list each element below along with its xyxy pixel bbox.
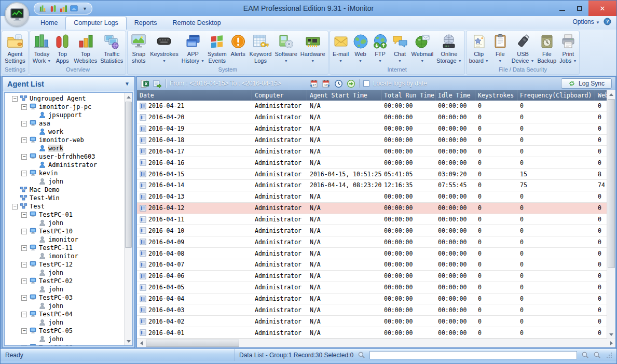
tree-item-john[interactable]: john	[5, 219, 124, 227]
tree-item-john[interactable]: john	[5, 318, 124, 327]
ribbon-button-web[interactable]: Web▼	[351, 32, 371, 65]
ribbon-button-file[interactable]: File▼	[490, 32, 510, 65]
table-row[interactable]: 2016-04-16AdministratorN/A00:00:0000:00:…	[137, 157, 607, 169]
tree-item-john[interactable]: john	[5, 302, 124, 310]
tree-item-testpc-06[interactable]: −TestPC-06	[5, 343, 124, 345]
column-header-agent-start-time[interactable]: Agent Start Time	[307, 90, 381, 101]
tree-expander[interactable]: −	[21, 245, 27, 251]
tree-expander[interactable]: −	[21, 171, 27, 176]
search-icon[interactable]	[358, 351, 365, 359]
scroll-down-arrow[interactable]	[607, 330, 615, 339]
export-excel-icon[interactable]	[141, 79, 149, 88]
export-html-icon[interactable]	[153, 79, 162, 88]
table-row[interactable]: 2016-04-01AdministratorN/A00:00:0000:00:…	[137, 327, 607, 339]
column-header-frequency-clipboard[interactable]: Frequency(Clipboard)	[517, 90, 595, 101]
scroll-thumb[interactable]	[608, 99, 615, 268]
tree-item-asa[interactable]: −asa	[5, 119, 124, 128]
ribbon-button-top-websites[interactable]: TopWebsites	[72, 32, 99, 64]
tree-expander[interactable]: −	[21, 328, 27, 334]
tree-item-work[interactable]: work	[5, 144, 124, 152]
tree-item-testpc-05[interactable]: −TestPC-05	[5, 327, 124, 335]
tree-item-imonitor[interactable]: imonitor	[5, 235, 124, 244]
scroll-down-arrow[interactable]	[125, 337, 133, 345]
tree-expander[interactable]: −	[21, 104, 27, 110]
ribbon-button-keystrokes[interactable]: Keystrokes▼	[148, 32, 180, 65]
tree-expander[interactable]: −	[21, 137, 27, 143]
chart-small-icon[interactable]	[60, 5, 67, 12]
tree-item-imonitor-web[interactable]: −imonitor-web	[5, 136, 124, 144]
tree-expander[interactable]: −	[21, 295, 27, 301]
tree-item-john[interactable]: john	[5, 269, 124, 277]
ribbon-button-agent-settings[interactable]: AgentSettings	[3, 32, 27, 64]
table-row[interactable]: 2016-04-19AdministratorN/A00:00:0000:00:…	[137, 123, 607, 135]
calendar-next-icon[interactable]: 17	[322, 79, 331, 88]
clock-icon[interactable]	[334, 79, 343, 88]
column-header-date[interactable]: Date	[137, 90, 252, 101]
table-row[interactable]: 2016-04-12AdministratorN/A00:00:0000:00:…	[137, 203, 607, 214]
ribbon-button-alerts[interactable]: Alerts	[228, 32, 248, 58]
table-row[interactable]: 2016-04-06AdministratorN/A00:00:0000:00:…	[137, 271, 607, 282]
ribbon-button-hardware[interactable]: Hardware▼	[299, 32, 327, 65]
table-row[interactable]: 2016-04-03AdministratorN/A00:00:0000:00:…	[137, 304, 607, 316]
scroll-left-arrow[interactable]	[137, 339, 145, 347]
ribbon-button-software[interactable]: Software▼	[273, 32, 298, 65]
ribbon-button-today-work[interactable]: TodayWork ▼	[31, 32, 52, 65]
log-sync-button[interactable]: Log Sync	[561, 78, 612, 89]
tab-computer-logs[interactable]: Computer Logs	[65, 17, 126, 30]
tree-item-testpc-04[interactable]: −TestPC-04	[5, 310, 124, 318]
tree-expander[interactable]: −	[21, 278, 27, 284]
status-search-input[interactable]	[369, 351, 577, 359]
resize-grip[interactable]	[606, 352, 612, 358]
table-row[interactable]: 2016-04-18AdministratorN/A00:00:0000:00:…	[137, 135, 607, 146]
table-row[interactable]: 2016-04-04AdministratorN/A00:00:0000:00:…	[137, 293, 607, 305]
zoom-in-icon[interactable]	[581, 351, 589, 359]
table-horizontal-scrollbar[interactable]	[137, 339, 615, 347]
scroll-up-arrow[interactable]	[607, 90, 615, 99]
scroll-thumb[interactable]	[125, 102, 132, 248]
tab-home[interactable]: Home	[33, 17, 65, 30]
help-icon[interactable]: ?	[604, 18, 611, 25]
locate-logs-checkbox[interactable]	[363, 80, 369, 87]
tab-remote-desktop[interactable]: Remote Desktop	[165, 17, 229, 30]
tree-item-imonitor[interactable]: imonitor	[5, 252, 124, 260]
tree-item-administrator[interactable]: Administrator	[5, 161, 124, 169]
table-row[interactable]: 2016-04-13AdministratorN/A00:00:0000:00:…	[137, 191, 607, 203]
close-button[interactable]: ✕	[588, 1, 616, 16]
table-row[interactable]: 2016-04-05AdministratorN/A00:00:0000:00:…	[137, 282, 607, 293]
tree-expander[interactable]: −	[21, 229, 27, 234]
tree-expander[interactable]: −	[21, 345, 27, 346]
tree-scrollbar[interactable]	[124, 93, 132, 345]
column-header-total-run-time[interactable]: Total Run Time	[381, 90, 435, 101]
tree-expander[interactable]: −	[12, 204, 18, 209]
ribbon-button-traffic-statistics[interactable]: TrafficStatistics	[99, 32, 125, 64]
tree-item-user-bfrdhhe603[interactable]: −user-bfrdhhe603	[5, 152, 124, 161]
table-row[interactable]: 2016-04-20AdministratorN/A00:00:0000:00:…	[137, 112, 607, 123]
tree-item-testpc-01[interactable]: −TestPC-01	[5, 211, 124, 219]
table-row[interactable]: 2016-04-10AdministratorN/A00:00:0000:00:…	[137, 225, 607, 236]
ribbon-button-usb-device[interactable]: USBDevice ▼	[510, 32, 536, 65]
chart-bars-icon[interactable]	[39, 5, 47, 12]
options-button[interactable]: Options ▼	[572, 18, 600, 25]
tree-item-test[interactable]: −Test	[5, 202, 124, 211]
table-row[interactable]: 2016-04-15Administrator2016-04-15, 10:51…	[137, 169, 607, 180]
table-row[interactable]: 2016-04-17AdministratorN/A00:00:0000:00:…	[137, 146, 607, 157]
screen-icon[interactable]	[70, 5, 78, 12]
tree-item-testpc-12[interactable]: −TestPC-12	[5, 260, 124, 269]
qat-dropdown-icon[interactable]: ▼	[80, 6, 87, 11]
tree-expander[interactable]: −	[21, 212, 27, 218]
column-header-web[interactable]: Web	[595, 90, 607, 101]
ribbon-button-email[interactable]: E-mail▼	[331, 32, 351, 65]
tree-item-john[interactable]: john	[5, 335, 124, 343]
tree-expander[interactable]: −	[21, 154, 27, 160]
tree-item-testpc-10[interactable]: −TestPC-10	[5, 227, 124, 235]
ribbon-button-system-events[interactable]: SystemEvents	[206, 32, 228, 64]
table-row[interactable]: 2016-04-07AdministratorN/A00:00:0000:00:…	[137, 259, 607, 271]
calendar-previous-icon[interactable]: 17	[309, 79, 318, 88]
column-header-keystrokes[interactable]: Keystrokes	[475, 90, 517, 101]
table-row[interactable]: 2016-04-09AdministratorN/A00:00:0000:00:…	[137, 236, 607, 248]
tree-item-john[interactable]: john	[5, 285, 124, 293]
table-row[interactable]: 2016-04-08AdministratorN/A00:00:0000:00:…	[137, 248, 607, 259]
agent-list-header[interactable]: Agent List ▼	[3, 77, 134, 91]
tree-item-jpsupport[interactable]: jpsupport	[5, 111, 124, 119]
tree-item-testpc-02[interactable]: −TestPC-02	[5, 277, 124, 285]
